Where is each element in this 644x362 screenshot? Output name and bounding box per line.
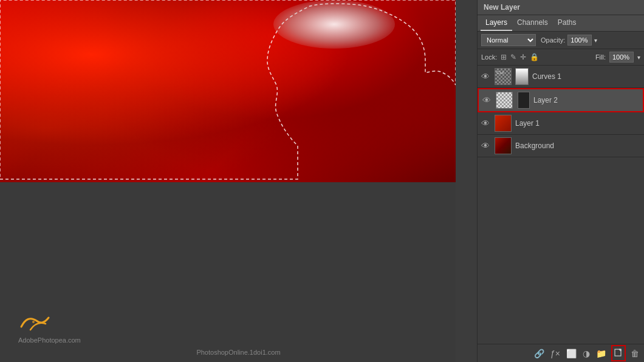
fill-input[interactable] [609, 52, 634, 63]
tab-channels[interactable]: Channels [512, 15, 553, 31]
curves-label: Cur [495, 69, 511, 77]
layer-name-curves1: Curves 1 [532, 72, 640, 81]
blend-row: Normal Opacity: ▾ [478, 32, 644, 49]
fx-icon[interactable]: ƒ× [549, 347, 561, 360]
watermark-logo-svg [18, 309, 55, 333]
layer-item-layer2[interactable]: 👁 Layer 2 [478, 88, 644, 112]
layer-thumbnail-background [495, 137, 512, 154]
fill-arrow[interactable]: ▾ [637, 54, 640, 61]
curves-mask-thumb [515, 68, 529, 85]
lock-label: Lock: [481, 53, 497, 61]
layer-thumbnail-layer2 [496, 92, 513, 109]
opacity-label: Opacity: [541, 36, 565, 44]
layer-name-layer1: Layer 1 [515, 119, 640, 128]
lock-grid-icon[interactable]: ⊞ [501, 53, 507, 61]
lock-row: Lock: ⊞ ✎ ✛ 🔒 Fill: ▾ [478, 49, 644, 66]
tab-layers[interactable]: Layers [481, 15, 512, 31]
panel-title: New Layer [478, 0, 644, 15]
mask-icon[interactable]: ⬜ [565, 347, 578, 360]
tabs-row: Layers Channels Paths [478, 15, 644, 32]
panel-bottom-toolbar: 🔗 ƒ× ⬜ ◑ 📁 🗑 [478, 344, 644, 362]
svg-point-0 [32, 321, 35, 323]
layer-item-layer1[interactable]: 👁 Layer 1 [478, 112, 644, 135]
new-layer-icon[interactable] [611, 345, 626, 361]
delete-icon[interactable]: 🗑 [629, 347, 640, 360]
layer-mask-layer2 [518, 92, 530, 109]
blend-mode-select[interactable]: Normal [481, 34, 536, 46]
new-layer-svg [614, 347, 623, 357]
opacity-arrow[interactable]: ▾ [594, 37, 597, 44]
lock-brush-icon[interactable]: ✎ [510, 53, 516, 61]
lock-move-icon[interactable]: ✛ [520, 53, 526, 61]
layer-eye-layer2[interactable]: 👁 [482, 95, 492, 105]
layer-thumbnail-layer1 [495, 115, 512, 132]
watermark-center-text: PhotoshopOnline.1doi1.com [196, 349, 280, 356]
layer-eye-background[interactable]: 👁 [481, 141, 491, 151]
layer-item-curves1[interactable]: 👁 Cur Curves 1 [478, 66, 644, 88]
adjustment-icon[interactable]: ◑ [581, 347, 591, 360]
layer-name-layer2: Layer 2 [533, 96, 639, 104]
lock-all-icon[interactable]: 🔒 [530, 53, 539, 61]
layers-list: 👁 Cur Curves 1 👁 Layer 2 👁 Layer 1 👁 Bac… [478, 66, 644, 344]
layer-eye-layer1[interactable]: 👁 [481, 118, 491, 128]
link-icon[interactable]: 🔗 [533, 347, 546, 360]
right-panel: New Layer Layers Channels Paths Normal O… [477, 0, 644, 362]
layer-thumbnail-curves1: Cur [495, 68, 512, 85]
layer-item-background[interactable]: 👁 Background [478, 135, 644, 157]
fill-label: Fill: [595, 53, 606, 61]
layer-eye-curves1[interactable]: 👁 [481, 72, 491, 81]
opacity-input[interactable] [567, 35, 592, 46]
canvas-image [0, 0, 456, 182]
watermark-left: AdobePhotopea.com [18, 309, 81, 344]
watermark-center: PhotoshopOnline.1doi1.com [196, 349, 280, 356]
group-icon[interactable]: 📁 [595, 347, 608, 360]
selection-svg [0, 0, 456, 182]
tab-paths[interactable]: Paths [553, 15, 581, 31]
watermark-left-text: AdobePhotopea.com [18, 336, 81, 344]
layer-name-background: Background [515, 142, 640, 150]
canvas-area: AdobePhotopea.com PhotoshopOnline.1doi1.… [0, 0, 477, 362]
